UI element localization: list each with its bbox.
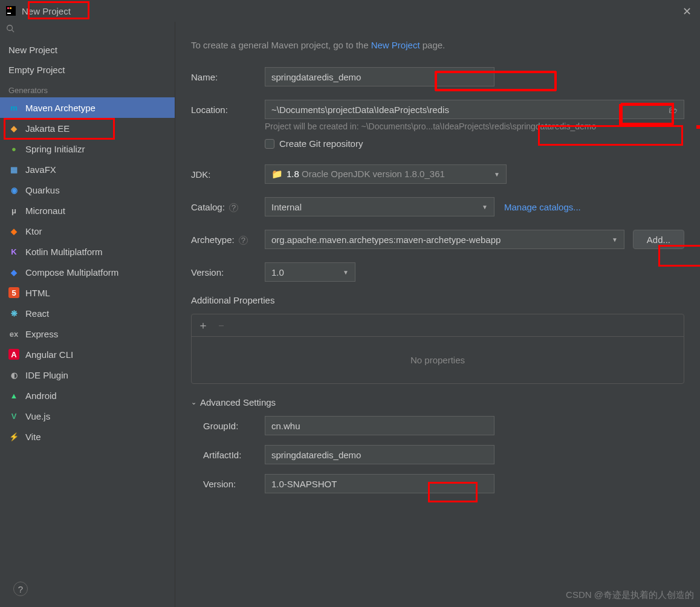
generator-item-react[interactable]: ❊React [0,303,175,323]
generator-item-express[interactable]: exExpress [0,323,175,344]
groupid-label: GroupId: [203,421,265,431]
artifactid-label: ArtifactId: [203,450,265,460]
generator-label: Kotlin Multiplatform [25,247,103,257]
remove-prop-icon[interactable]: － [216,318,227,333]
generator-item-android[interactable]: ▲Android [0,385,175,406]
artifactid-row: ArtifactId: [203,445,684,464]
generator-label: Express [25,329,58,339]
location-hint: Project will be created in: ~\Documents\… [265,122,684,131]
generator-item-spring-initializr[interactable]: ●Spring Initializr [0,138,175,159]
generator-item-html[interactable]: 5HTML [0,282,175,303]
chevron-down-icon: ▼ [494,171,500,178]
version-row: Version: 1.0 ▼ [191,262,684,282]
ide-plugin-icon: ◐ [8,369,19,380]
generator-label: IDE Plugin [25,370,68,380]
chevron-down-icon: ⌄ [191,398,196,406]
svg-rect-1 [7,7,9,9]
new-project-link[interactable]: New Project [371,40,420,50]
micronaut-icon: μ [8,205,19,216]
git-checkbox-label: Create Git repository [279,138,363,149]
name-input[interactable] [265,67,494,86]
folder-icon: 📁 [271,169,283,179]
generator-label: Android [25,391,57,401]
groupid-row: GroupId: [203,416,684,435]
artifactid-input[interactable] [265,445,494,464]
generator-item-compose-multiplatform[interactable]: ◆Compose Multiplatform [0,262,175,282]
generator-label: Maven Archetype [25,103,96,113]
generator-label: HTML [25,288,50,298]
add-button[interactable]: Add... [633,230,684,249]
generator-item-vite[interactable]: ⚡Vite [0,426,175,447]
name-row: Name: [191,67,684,86]
props-toolbar: ＋ － [192,314,684,337]
generators-label: Generators [0,80,175,97]
vue-js-icon: V [8,411,19,421]
android-icon: ▲ [8,390,19,401]
generator-item-maven-archetype[interactable]: mMaven Archetype [0,97,175,118]
sidebar-item-new-project[interactable]: New Project [0,40,175,60]
generator-item-angular-cli[interactable]: AAngular CLI [0,344,175,365]
props-title: Additional Properties [191,295,684,305]
compose-multiplatform-icon: ◆ [8,267,19,278]
generator-item-kotlin-multiplatform[interactable]: KKotlin Multiplatform [0,241,175,262]
vite-icon: ⚡ [8,431,19,442]
props-box: ＋ － No properties [191,314,684,384]
adv-version-label: Version: [203,479,265,489]
close-icon[interactable]: ✕ [682,5,692,18]
title-bar: New Project ✕ [0,0,700,22]
help-icon[interactable]: ? [239,236,248,245]
javafx-icon: ▦ [8,164,19,175]
adv-version-input[interactable] [265,474,494,493]
sidebar-item-empty-project[interactable]: Empty Project [0,60,175,80]
search-icon [6,24,15,33]
name-label: Name: [191,72,265,82]
version-select[interactable]: 1.0 ▼ [265,262,355,282]
generator-label: JavaFX [25,164,56,175]
archetype-row: Archetype: ? org.apache.maven.archetypes… [191,230,684,249]
generator-item-javafx[interactable]: ▦JavaFX [0,159,175,180]
intellij-icon [6,6,16,16]
catalog-select[interactable]: Internal ▼ [265,197,494,216]
generator-item-micronaut[interactable]: μMicronaut [0,200,175,221]
advanced-toggle[interactable]: ⌄ Advanced Settings [191,397,684,407]
generator-item-ide-plugin[interactable]: ◐IDE Plugin [0,365,175,385]
main-panel: To create a general Maven project, go to… [175,22,700,607]
jdk-label: JDK: [191,169,265,180]
svg-rect-3 [7,13,11,14]
location-row: Location: ~\Documents\projectData\IdeaPr… [191,100,684,119]
folder-icon[interactable]: 🗁 [669,105,678,115]
search-input[interactable] [0,22,175,40]
manage-catalogs-link[interactable]: Manage catalogs... [504,202,581,212]
help-button[interactable]: ? [13,582,28,596]
maven-archetype-icon: m [8,102,19,113]
jdk-select[interactable]: 📁1.8 Oracle OpenJDK version 1.8.0_361 ▼ [265,164,507,184]
angular-cli-icon: A [8,349,19,360]
version-label: Version: [191,267,265,278]
generator-label: React [25,308,49,319]
kotlin-multiplatform-icon: K [8,246,19,257]
no-props-label: No properties [192,337,684,383]
git-checkbox-row[interactable]: Create Git repository [265,138,684,149]
generator-item-ktor[interactable]: ◆Ktor [0,221,175,241]
generator-label: Jakarta EE [25,123,70,134]
catalog-label: Catalog: ? [191,202,265,212]
generator-item-jakarta-ee[interactable]: ◆Jakarta EE [0,118,175,138]
archetype-select[interactable]: org.apache.maven.archetypes:maven-archet… [265,230,624,249]
generator-label: Compose Multiplatform [25,267,118,278]
react-icon: ❊ [8,308,19,319]
location-input[interactable]: ~\Documents\projectData\IdeaProjects\red… [265,100,684,119]
add-prop-icon[interactable]: ＋ [198,318,209,333]
help-icon[interactable]: ? [229,203,238,212]
generator-item-vue-js[interactable]: VVue.js [0,406,175,426]
svg-rect-2 [10,7,11,9]
adv-version-row: Version: [203,474,684,493]
sidebar: New Project Empty Project Generators mMa… [0,22,175,607]
chevron-down-icon: ▼ [343,269,349,276]
groupid-input[interactable] [265,416,494,435]
jdk-row: JDK: 📁1.8 Oracle OpenJDK version 1.8.0_3… [191,164,684,184]
jakarta-ee-icon: ◆ [8,123,19,134]
generator-label: Quarkus [25,185,60,195]
svg-point-4 [7,25,13,31]
generator-item-quarkus[interactable]: ◉Quarkus [0,180,175,200]
git-checkbox[interactable] [265,139,274,149]
